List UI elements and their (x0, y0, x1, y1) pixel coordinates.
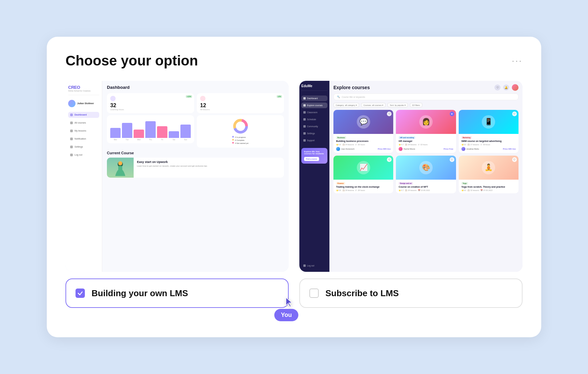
course-card-3[interactable]: 📱 ♡ Marketing SMM course on targeted adv… (459, 110, 519, 153)
course-tag-5: Design and art (399, 182, 413, 185)
filter-sort[interactable]: Sort: by popular ▾ (388, 103, 408, 107)
svg-text:📈: 📈 (359, 163, 368, 171)
course-card-2[interactable]: 👩 ♥ HR and recruiting HR manager ⭐4.7📋 1… (396, 110, 456, 153)
build-lms-label: Building your own LMS (92, 288, 188, 299)
subscribe-lms-label: Subscribe to LMS (325, 288, 399, 299)
creo-donut-card: 2 In progress 6 Complete 4 Not started y… (197, 115, 284, 148)
creo-current-course-title: Current Course (107, 151, 284, 155)
creo-nav-logout[interactable]: Log out (68, 152, 99, 158)
course-meta-2: ⭐4.7📋 18 lessons⏱ 32 hours (399, 144, 453, 146)
instructor-1: Juan Domenech (336, 147, 354, 151)
checkbox-empty-icon (309, 289, 319, 298)
edume-logo: EduMe (301, 84, 327, 91)
course-instructor-row-3: Jonathan Berks Price $40 /mo (461, 147, 516, 151)
edume-page-title: Explore courses (333, 85, 370, 90)
bell-icon[interactable]: 🔔 (503, 84, 509, 90)
creo-logo-sub: Online School for Creatives (68, 90, 99, 92)
bar-label-fri: Fri (157, 139, 167, 141)
options-row: CREO Online School for Creatives Julian … (65, 81, 523, 308)
instructor-2: Rachel Moore (399, 147, 415, 151)
heart-icon-2[interactable]: ♥ (450, 112, 454, 116)
heart-icon-6[interactable]: ♡ (512, 157, 517, 162)
search-placeholder: Course title or keywords (342, 96, 365, 98)
creo-current-course: Current Course (107, 151, 284, 178)
edume-find-course-btn[interactable]: Find a course (304, 157, 319, 161)
build-lms-option[interactable]: Building your own LMS (65, 278, 289, 308)
page-title: Choose your option (65, 53, 198, 69)
filter-courses[interactable]: Courses: all courses ▾ (361, 103, 386, 107)
edume-header-row: Explore courses ♡ 🔔 (333, 84, 519, 91)
creo-stat-lessons-badge: +2% (277, 95, 282, 98)
edume-nav-settings[interactable]: Settings (301, 131, 327, 136)
course-card-5[interactable]: 🎨 ♡ Design and art Course on creation of… (396, 156, 456, 193)
edume-nav-community[interactable]: Community (301, 124, 327, 129)
course-tag-4: Finance (336, 182, 345, 185)
creo-stat-lessons-num: 12 (200, 103, 281, 109)
bar-label-wed: Wed (134, 139, 144, 141)
course-card-4[interactable]: 📈 ♡ Finance Trading training on the cloc… (333, 156, 393, 193)
creo-stat-chart: Mon Tue Wed Thu Fri Sat Sun (107, 115, 194, 143)
left-option-panel: CREO Online School for Creatives Julian … (65, 81, 289, 308)
bar-label-sat: Sat (169, 139, 179, 141)
course-name-3: SMM course on targeted advertising (461, 140, 516, 143)
main-card: Choose your option ··· CREO Online Schoo… (47, 37, 541, 337)
creo-course-desc: Learn how to get started on Upwork, crea… (137, 165, 207, 167)
edume-nav-schedule[interactable]: Schedule (301, 117, 327, 122)
creo-course-image (107, 158, 134, 178)
creo-stat-hours-badge: +12% (186, 95, 192, 98)
course-body-6: Yoga Yoga from scratch. Theory and pract… (459, 180, 519, 193)
course-meta-6: ⭐9.0📋 32 lessons📅 07.05.2022 (461, 189, 516, 191)
bar-label-tue: Tue (122, 139, 132, 141)
course-thumb-1: 💬 ♡ (333, 110, 393, 134)
svg-text:📱: 📱 (484, 118, 493, 126)
edume-nav-logout[interactable]: Log out (301, 263, 327, 268)
header: Choose your option ··· (65, 53, 523, 69)
cursor-container (284, 297, 295, 309)
you-badge: You (274, 309, 299, 321)
creo-nav-mylessons[interactable]: My lessons (68, 128, 99, 134)
creo-logo-text: CREO (68, 85, 99, 90)
bar-label-thu: Thu (145, 139, 156, 141)
edume-header-icons: ♡ 🔔 (494, 84, 519, 91)
course-body-1: Business Building business processes ⭐4.… (333, 134, 393, 153)
bar-label-mon: Mon (110, 139, 121, 141)
edume-nav-explore[interactable]: Explore courses (301, 103, 327, 108)
edume-search-bar[interactable]: 🔍 Course title or keywords (333, 94, 519, 100)
edume-nav-support[interactable]: Support (301, 138, 327, 143)
course-card-1[interactable]: 💬 ♡ Business Building business processes… (333, 110, 393, 153)
heart-icon-5[interactable]: ♡ (450, 157, 454, 162)
filter-btn[interactable]: ⊟ Filters (410, 103, 422, 107)
course-meta-1: ⭐4.6📋 24 lessons⏱ 26 hours (336, 144, 391, 146)
heart-icon[interactable]: ♡ (494, 84, 500, 90)
course-name-6: Yoga from scratch. Theory and practice (461, 185, 516, 188)
edume-nav-dashboard[interactable]: Dashboard (301, 96, 327, 101)
svg-text:🎨: 🎨 (422, 163, 430, 171)
creo-nav-allcourses[interactable]: All courses (68, 120, 99, 126)
course-body-2: HR and recruiting HR manager ⭐4.7📋 18 le… (396, 134, 456, 153)
svg-point-4 (118, 161, 122, 165)
user-avatar[interactable] (512, 84, 519, 91)
creo-nav-notification[interactable]: Notification (68, 136, 99, 142)
search-icon: 🔍 (337, 96, 340, 98)
course-name-5: Course on creation of NFT (399, 185, 453, 188)
creo-nav-dashboard[interactable]: Dashboard (68, 112, 99, 118)
heart-icon-3[interactable]: ♡ (512, 112, 517, 116)
svg-text:🧘: 🧘 (484, 163, 493, 171)
instructor-3: Jonathan Berks (461, 147, 479, 151)
course-thumb-6: 🧘 ♡ (459, 156, 519, 180)
edume-preview: EduMe Dashboard Explore courses Classroo… (299, 81, 523, 272)
edume-nav-classroom[interactable]: Classroom (301, 110, 327, 115)
course-meta-5: ⭐4.7📋 18 lessons📅 10.09.2022 (399, 189, 453, 191)
course-card-6[interactable]: 🧘 ♡ Yoga Yoga from scratch. Theory and p… (459, 156, 519, 193)
subscribe-lms-option[interactable]: Subscribe to LMS (299, 278, 523, 308)
course-name-1: Building business processes (336, 140, 391, 143)
creo-avatar (68, 100, 76, 107)
svg-rect-5 (118, 166, 122, 172)
filter-category[interactable]: Category: all category ▾ (333, 103, 359, 107)
course-name-2: HR manager (399, 140, 453, 143)
course-name-4: Trading training on the clock exchange (336, 185, 391, 188)
course-meta-4: ⭐4.8📋 29 lessons⏱ 28 hours (336, 189, 391, 191)
more-options-button[interactable]: ··· (512, 55, 523, 66)
course-thumb-4: 📈 ♡ (333, 156, 393, 180)
creo-nav-settings[interactable]: Settings (68, 144, 99, 150)
